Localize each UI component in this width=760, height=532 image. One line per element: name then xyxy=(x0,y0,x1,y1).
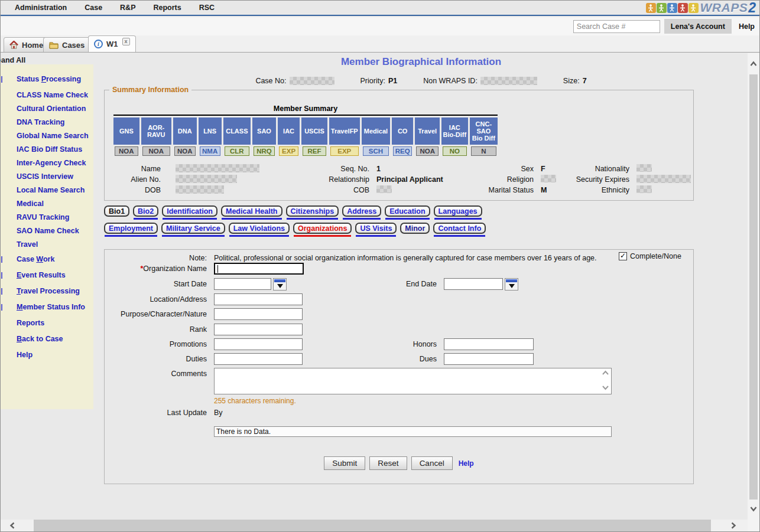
tab-us-visits[interactable]: US Visits xyxy=(355,223,397,234)
location-input[interactable] xyxy=(214,293,303,305)
cancel-button[interactable]: Cancel xyxy=(411,456,453,470)
organization-name-input[interactable] xyxy=(214,263,304,275)
scrollbar-corner xyxy=(748,520,759,531)
scroll-up-icon[interactable] xyxy=(602,370,609,378)
dues-field: Dues xyxy=(329,353,534,365)
end-date-calendar-icon[interactable] xyxy=(505,278,518,291)
horizontal-scrollbar-thumb[interactable] xyxy=(34,520,711,531)
summary-column: MedicalSCH xyxy=(362,118,390,156)
tab-organizations-active[interactable]: Organizations xyxy=(293,223,352,234)
complete-none-checkbox[interactable]: ✓ xyxy=(619,252,627,260)
tab-law-violations[interactable]: Law Violations xyxy=(229,223,290,234)
logo-figure-icon xyxy=(688,3,699,13)
by-label: By xyxy=(214,407,223,417)
tab-bio2[interactable]: Bio2 xyxy=(133,205,158,217)
relationship-value: Principal Applicant xyxy=(369,175,464,184)
rank-input[interactable] xyxy=(214,324,303,335)
tab-citizenships[interactable]: Citizenships xyxy=(286,205,339,217)
sidebar-item-member-status-info[interactable]: Member Status Info xyxy=(17,303,91,311)
duties-input[interactable] xyxy=(214,353,303,365)
scrollbar-right-icon[interactable] xyxy=(730,521,737,532)
redacted-alien-no xyxy=(161,175,300,185)
seq-no-label: Seq. No. xyxy=(300,165,369,173)
scrollbar-down-icon[interactable] xyxy=(749,504,758,515)
status-badge: NO xyxy=(443,146,467,156)
religion-label: Religion xyxy=(464,175,534,184)
promotions-input[interactable] xyxy=(214,338,303,350)
sidebar-item-dna-tracking[interactable]: DNA Tracking xyxy=(17,119,91,126)
expand-all-link[interactable]: Expand All xyxy=(1,56,25,64)
purpose-input[interactable] xyxy=(214,308,303,320)
form-help-link[interactable]: Help xyxy=(459,459,474,468)
sidebar-item-sao-name-check[interactable]: SAO Name Check xyxy=(17,227,91,235)
sidebar: Status Processing CLASS Name Check Cultu… xyxy=(1,64,93,409)
account-button[interactable]: Lena's Account xyxy=(664,19,732,34)
sidebar-item-status-processing[interactable]: Status Processing xyxy=(17,76,91,83)
sidebar-item-travel-processing[interactable]: Travel Processing xyxy=(17,288,91,295)
tab-label: Home xyxy=(22,41,43,50)
chars-remaining-row: 255 characters remaining. xyxy=(105,397,693,405)
member-details: Name Seq. No. 1 Sex F Nationality Alien … xyxy=(113,164,690,195)
tab-medical-health[interactable]: Medical Health xyxy=(221,205,282,217)
menu-administration[interactable]: Administration xyxy=(15,4,67,12)
comments-textarea-input[interactable] xyxy=(215,368,611,394)
sidebar-item-iac-bio-diff-status[interactable]: IAC Bio Diff Status xyxy=(17,146,91,154)
menu-rp[interactable]: R&P xyxy=(120,4,135,12)
help-menu[interactable]: Help xyxy=(739,22,755,31)
sidebar-item-inter-agency-check[interactable]: Inter-Agency Check xyxy=(17,159,91,167)
tab-identification[interactable]: Identification xyxy=(162,205,217,217)
sidebar-item-medical[interactable]: Medical xyxy=(17,200,91,208)
sidebar-item-travel[interactable]: Travel xyxy=(17,241,91,249)
promotions-label: Promotions xyxy=(105,338,207,348)
tab-military-service[interactable]: Military Service xyxy=(161,223,225,234)
start-date-input[interactable] xyxy=(214,278,271,290)
tab-education[interactable]: Education xyxy=(385,205,430,217)
tab-minor[interactable]: Minor xyxy=(400,223,430,234)
vertical-scrollbar[interactable] xyxy=(748,53,759,520)
end-date-input[interactable] xyxy=(444,278,503,290)
sidebar-item-case-work[interactable]: Case Work xyxy=(17,256,91,263)
submit-button[interactable]: Submit xyxy=(324,456,365,470)
sidebar-item-local-name-search[interactable]: Local Name Search xyxy=(17,187,91,194)
tab-contact-info[interactable]: Contact Info xyxy=(433,223,486,234)
dues-input[interactable] xyxy=(444,353,534,365)
sidebar-item-global-name-search[interactable]: Global Name Search xyxy=(17,132,91,140)
purpose-row: Purpose/Character/Nature xyxy=(105,308,693,320)
sidebar-item-ravu-tracking[interactable]: RAVU Tracking xyxy=(17,214,91,221)
honors-input[interactable] xyxy=(444,338,534,350)
dates-row: Start Date End Date xyxy=(105,278,693,291)
tab-w1[interactable]: i W1 x xyxy=(88,35,136,52)
comments-textarea[interactable] xyxy=(214,368,612,394)
sidebar-item-cultural-orientation[interactable]: Cultural Orientation xyxy=(17,105,91,113)
status-badge: NOA xyxy=(115,146,138,156)
scrollbar-up-icon[interactable] xyxy=(749,59,758,70)
start-date-calendar-icon[interactable] xyxy=(273,278,287,291)
sidebar-item-class-name-check[interactable]: CLASS Name Check xyxy=(17,92,91,99)
menu-rsc[interactable]: RSC xyxy=(199,4,215,12)
sidebar-item-help[interactable]: Help xyxy=(17,351,91,359)
vertical-scrollbar-thumb[interactable] xyxy=(749,74,758,500)
tab-languages[interactable]: Languages xyxy=(434,205,482,217)
scroll-down-icon[interactable] xyxy=(602,384,609,393)
close-tab-icon[interactable]: x xyxy=(122,38,130,45)
tab-employment[interactable]: Employment xyxy=(104,223,158,234)
horizontal-scrollbar[interactable] xyxy=(1,520,748,531)
tab-bio1[interactable]: Bio1 xyxy=(104,205,129,217)
tab-address[interactable]: Address xyxy=(342,205,381,217)
wraps-logo: WRAPS 2 xyxy=(646,1,756,14)
priority-value: P1 xyxy=(388,77,397,85)
scrollbar-left-icon[interactable] xyxy=(9,521,16,532)
no-data-row: There is no Data. xyxy=(105,426,693,437)
menu-case[interactable]: Case xyxy=(85,4,102,12)
reset-button[interactable]: Reset xyxy=(369,456,407,470)
sidebar-item-uscis-interview[interactable]: USCIS Interview xyxy=(17,173,91,181)
sidebar-item-back-to-case[interactable]: Back to Case xyxy=(17,335,91,343)
menu-reports[interactable]: Reports xyxy=(154,4,181,12)
sidebar-item-event-results[interactable]: Event Results xyxy=(17,272,91,279)
sidebar-item-reports[interactable]: Reports xyxy=(17,319,91,327)
status-badge: REF xyxy=(303,146,326,156)
dob-label: DOB xyxy=(113,186,161,194)
search-case-input[interactable] xyxy=(573,20,660,33)
tab-home[interactable]: Home xyxy=(4,37,49,52)
redacted-cob xyxy=(369,185,464,195)
